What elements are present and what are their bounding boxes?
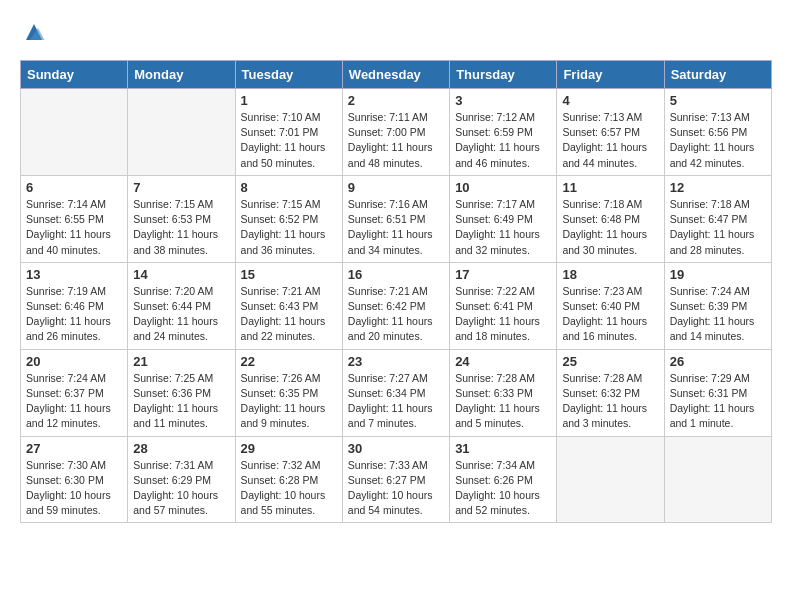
calendar-cell: 2Sunrise: 7:11 AM Sunset: 7:00 PM Daylig… [342, 89, 449, 176]
day-number: 28 [133, 441, 229, 456]
day-number: 5 [670, 93, 766, 108]
calendar-cell: 10Sunrise: 7:17 AM Sunset: 6:49 PM Dayli… [450, 175, 557, 262]
calendar-cell: 26Sunrise: 7:29 AM Sunset: 6:31 PM Dayli… [664, 349, 771, 436]
day-info: Sunrise: 7:25 AM Sunset: 6:36 PM Dayligh… [133, 371, 229, 432]
day-number: 25 [562, 354, 658, 369]
day-info: Sunrise: 7:26 AM Sunset: 6:35 PM Dayligh… [241, 371, 337, 432]
day-info: Sunrise: 7:29 AM Sunset: 6:31 PM Dayligh… [670, 371, 766, 432]
day-number: 12 [670, 180, 766, 195]
calendar-cell [128, 89, 235, 176]
day-info: Sunrise: 7:30 AM Sunset: 6:30 PM Dayligh… [26, 458, 122, 519]
day-info: Sunrise: 7:16 AM Sunset: 6:51 PM Dayligh… [348, 197, 444, 258]
weekday-header: Sunday [21, 61, 128, 89]
day-number: 1 [241, 93, 337, 108]
calendar-cell: 15Sunrise: 7:21 AM Sunset: 6:43 PM Dayli… [235, 262, 342, 349]
day-info: Sunrise: 7:15 AM Sunset: 6:52 PM Dayligh… [241, 197, 337, 258]
weekday-header: Friday [557, 61, 664, 89]
day-info: Sunrise: 7:28 AM Sunset: 6:32 PM Dayligh… [562, 371, 658, 432]
calendar-table: SundayMondayTuesdayWednesdayThursdayFrid… [20, 60, 772, 523]
logo-icon [22, 20, 46, 44]
day-number: 18 [562, 267, 658, 282]
weekday-header: Thursday [450, 61, 557, 89]
day-info: Sunrise: 7:21 AM Sunset: 6:43 PM Dayligh… [241, 284, 337, 345]
day-info: Sunrise: 7:17 AM Sunset: 6:49 PM Dayligh… [455, 197, 551, 258]
calendar-cell: 28Sunrise: 7:31 AM Sunset: 6:29 PM Dayli… [128, 436, 235, 523]
day-number: 23 [348, 354, 444, 369]
day-number: 11 [562, 180, 658, 195]
day-number: 22 [241, 354, 337, 369]
day-info: Sunrise: 7:13 AM Sunset: 6:57 PM Dayligh… [562, 110, 658, 171]
calendar-cell: 12Sunrise: 7:18 AM Sunset: 6:47 PM Dayli… [664, 175, 771, 262]
day-number: 30 [348, 441, 444, 456]
calendar-cell: 24Sunrise: 7:28 AM Sunset: 6:33 PM Dayli… [450, 349, 557, 436]
calendar-cell: 3Sunrise: 7:12 AM Sunset: 6:59 PM Daylig… [450, 89, 557, 176]
calendar-week-row: 6Sunrise: 7:14 AM Sunset: 6:55 PM Daylig… [21, 175, 772, 262]
calendar-cell: 20Sunrise: 7:24 AM Sunset: 6:37 PM Dayli… [21, 349, 128, 436]
day-info: Sunrise: 7:14 AM Sunset: 6:55 PM Dayligh… [26, 197, 122, 258]
calendar-cell: 13Sunrise: 7:19 AM Sunset: 6:46 PM Dayli… [21, 262, 128, 349]
day-number: 8 [241, 180, 337, 195]
logo [20, 20, 46, 44]
calendar-cell: 6Sunrise: 7:14 AM Sunset: 6:55 PM Daylig… [21, 175, 128, 262]
day-number: 15 [241, 267, 337, 282]
calendar-cell: 23Sunrise: 7:27 AM Sunset: 6:34 PM Dayli… [342, 349, 449, 436]
weekday-header: Tuesday [235, 61, 342, 89]
day-info: Sunrise: 7:20 AM Sunset: 6:44 PM Dayligh… [133, 284, 229, 345]
day-number: 21 [133, 354, 229, 369]
calendar-cell: 7Sunrise: 7:15 AM Sunset: 6:53 PM Daylig… [128, 175, 235, 262]
calendar-cell: 11Sunrise: 7:18 AM Sunset: 6:48 PM Dayli… [557, 175, 664, 262]
weekday-header: Wednesday [342, 61, 449, 89]
page-header [20, 20, 772, 44]
calendar-cell: 18Sunrise: 7:23 AM Sunset: 6:40 PM Dayli… [557, 262, 664, 349]
day-info: Sunrise: 7:18 AM Sunset: 6:47 PM Dayligh… [670, 197, 766, 258]
weekday-header: Monday [128, 61, 235, 89]
day-info: Sunrise: 7:12 AM Sunset: 6:59 PM Dayligh… [455, 110, 551, 171]
day-info: Sunrise: 7:33 AM Sunset: 6:27 PM Dayligh… [348, 458, 444, 519]
day-number: 24 [455, 354, 551, 369]
calendar-cell: 30Sunrise: 7:33 AM Sunset: 6:27 PM Dayli… [342, 436, 449, 523]
day-number: 9 [348, 180, 444, 195]
calendar-cell [664, 436, 771, 523]
day-info: Sunrise: 7:31 AM Sunset: 6:29 PM Dayligh… [133, 458, 229, 519]
day-info: Sunrise: 7:11 AM Sunset: 7:00 PM Dayligh… [348, 110, 444, 171]
calendar-cell: 19Sunrise: 7:24 AM Sunset: 6:39 PM Dayli… [664, 262, 771, 349]
calendar-cell: 1Sunrise: 7:10 AM Sunset: 7:01 PM Daylig… [235, 89, 342, 176]
calendar-cell: 21Sunrise: 7:25 AM Sunset: 6:36 PM Dayli… [128, 349, 235, 436]
day-number: 20 [26, 354, 122, 369]
day-info: Sunrise: 7:13 AM Sunset: 6:56 PM Dayligh… [670, 110, 766, 171]
day-info: Sunrise: 7:19 AM Sunset: 6:46 PM Dayligh… [26, 284, 122, 345]
day-number: 19 [670, 267, 766, 282]
calendar-cell: 8Sunrise: 7:15 AM Sunset: 6:52 PM Daylig… [235, 175, 342, 262]
calendar-cell: 5Sunrise: 7:13 AM Sunset: 6:56 PM Daylig… [664, 89, 771, 176]
day-info: Sunrise: 7:24 AM Sunset: 6:37 PM Dayligh… [26, 371, 122, 432]
day-info: Sunrise: 7:28 AM Sunset: 6:33 PM Dayligh… [455, 371, 551, 432]
weekday-header: Saturday [664, 61, 771, 89]
day-info: Sunrise: 7:22 AM Sunset: 6:41 PM Dayligh… [455, 284, 551, 345]
day-info: Sunrise: 7:24 AM Sunset: 6:39 PM Dayligh… [670, 284, 766, 345]
day-number: 14 [133, 267, 229, 282]
day-number: 29 [241, 441, 337, 456]
day-info: Sunrise: 7:18 AM Sunset: 6:48 PM Dayligh… [562, 197, 658, 258]
day-number: 26 [670, 354, 766, 369]
calendar-cell [557, 436, 664, 523]
weekday-header-row: SundayMondayTuesdayWednesdayThursdayFrid… [21, 61, 772, 89]
day-number: 17 [455, 267, 551, 282]
calendar-cell: 27Sunrise: 7:30 AM Sunset: 6:30 PM Dayli… [21, 436, 128, 523]
day-number: 6 [26, 180, 122, 195]
calendar-week-row: 20Sunrise: 7:24 AM Sunset: 6:37 PM Dayli… [21, 349, 772, 436]
calendar-week-row: 13Sunrise: 7:19 AM Sunset: 6:46 PM Dayli… [21, 262, 772, 349]
calendar-cell: 9Sunrise: 7:16 AM Sunset: 6:51 PM Daylig… [342, 175, 449, 262]
day-info: Sunrise: 7:34 AM Sunset: 6:26 PM Dayligh… [455, 458, 551, 519]
calendar-cell: 31Sunrise: 7:34 AM Sunset: 6:26 PM Dayli… [450, 436, 557, 523]
calendar-cell: 4Sunrise: 7:13 AM Sunset: 6:57 PM Daylig… [557, 89, 664, 176]
calendar-week-row: 1Sunrise: 7:10 AM Sunset: 7:01 PM Daylig… [21, 89, 772, 176]
day-number: 7 [133, 180, 229, 195]
calendar-cell: 22Sunrise: 7:26 AM Sunset: 6:35 PM Dayli… [235, 349, 342, 436]
day-info: Sunrise: 7:27 AM Sunset: 6:34 PM Dayligh… [348, 371, 444, 432]
calendar-cell: 25Sunrise: 7:28 AM Sunset: 6:32 PM Dayli… [557, 349, 664, 436]
day-info: Sunrise: 7:32 AM Sunset: 6:28 PM Dayligh… [241, 458, 337, 519]
day-number: 31 [455, 441, 551, 456]
day-number: 2 [348, 93, 444, 108]
day-number: 27 [26, 441, 122, 456]
calendar-cell: 29Sunrise: 7:32 AM Sunset: 6:28 PM Dayli… [235, 436, 342, 523]
